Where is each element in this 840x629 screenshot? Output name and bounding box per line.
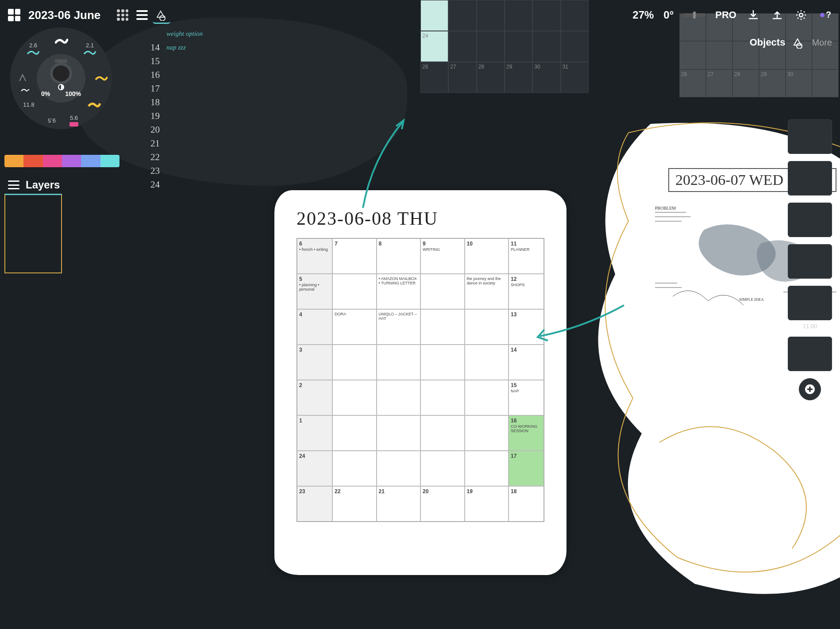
thumbnail-3[interactable]: [788, 203, 832, 237]
settings-icon[interactable]: [794, 8, 808, 22]
planner-cell[interactable]: 9WRITING: [420, 238, 465, 274]
hour-row: 23: [150, 165, 203, 176]
planner-cell[interactable]: [332, 380, 377, 415]
hour-row: 22: [150, 152, 203, 163]
hour-row: 15: [150, 56, 203, 67]
thumbnail-5[interactable]: [788, 286, 832, 320]
download-icon[interactable]: [746, 8, 760, 22]
thumbnail-6[interactable]: [788, 337, 832, 371]
planner-cell[interactable]: 3: [297, 345, 332, 380]
tool-shape[interactable]: [153, 6, 170, 24]
hour-row: 16: [150, 69, 203, 81]
hour-row: 17: [150, 83, 203, 94]
planner-cell[interactable]: [465, 345, 509, 380]
document-title[interactable]: 2023-06 June: [28, 8, 100, 22]
planner-cell[interactable]: 10: [465, 238, 509, 274]
planner-cell[interactable]: UNIQLO – JACKET – HAT: [377, 309, 421, 345]
color-swatch[interactable]: [81, 155, 100, 167]
hour-row: 21: [150, 138, 203, 149]
planner-cell[interactable]: [465, 415, 509, 451]
color-swatch[interactable]: [23, 155, 42, 167]
help-icon[interactable]: ?: [818, 8, 832, 22]
tool-grid[interactable]: [114, 6, 131, 24]
list-header-note: weight option: [166, 30, 203, 38]
planner-cell[interactable]: 6• french • writing: [297, 238, 332, 274]
hour-row: 19: [150, 111, 203, 122]
opacity-high: 100%: [65, 90, 81, 97]
app-menu-icon[interactable]: [8, 9, 20, 21]
planner-cell[interactable]: 11PLANNER: [509, 238, 544, 274]
zoom-level[interactable]: 27%: [632, 9, 654, 21]
thumbnail-rail: 11:00: [788, 119, 832, 400]
shape-tool-icon[interactable]: [792, 36, 805, 49]
planner-cell[interactable]: 16CO-WORKING SESSION: [509, 415, 544, 451]
thumbnail-4[interactable]: [788, 244, 832, 279]
color-swatch[interactable]: [62, 155, 81, 167]
planner-cell[interactable]: [420, 380, 465, 415]
planner-cell[interactable]: 17: [509, 451, 544, 486]
planner-cell[interactable]: 22: [332, 486, 377, 522]
planner-cell[interactable]: [465, 451, 509, 486]
planner-cell[interactable]: 21: [377, 486, 421, 522]
planner-cell[interactable]: 4: [297, 309, 332, 345]
planner-page-thu[interactable]: 2023-06-08 THU 6• french • writing789WRI…: [274, 190, 566, 575]
planner-cell[interactable]: [377, 380, 421, 415]
svg-point-6: [799, 13, 803, 17]
hour-row: 18: [150, 97, 203, 108]
planner-cell[interactable]: • AMAZON MAILBOX • TURNING LETTER: [377, 274, 421, 309]
thumbnail-2[interactable]: [788, 161, 832, 196]
hour-row: 14nap zzz: [150, 42, 203, 53]
layers-label: Layers: [26, 179, 60, 191]
planner-cell[interactable]: [465, 309, 509, 345]
more-button[interactable]: More: [812, 38, 832, 48]
color-swatch[interactable]: [100, 155, 119, 167]
planner-cell[interactable]: [377, 415, 421, 451]
planner-cell[interactable]: [420, 309, 465, 345]
tool-lines[interactable]: [133, 6, 151, 24]
planner-cell[interactable]: [420, 451, 465, 486]
color-swatch[interactable]: [43, 155, 62, 167]
planner-cell[interactable]: 18: [509, 486, 544, 522]
planner-cell[interactable]: 24: [297, 451, 332, 486]
planner-cell[interactable]: [332, 345, 377, 380]
planner-cell[interactable]: 2: [297, 380, 332, 415]
brush-wheel[interactable]: 2.6 2.1 11.8 9.5 5.6 0%100%: [4, 27, 119, 142]
planner-cell[interactable]: [332, 415, 377, 451]
planner-cell[interactable]: [332, 451, 377, 486]
planner-cell[interactable]: the journey and the dance in society: [465, 274, 509, 309]
planner-cell[interactable]: [377, 451, 421, 486]
layers-button[interactable]: Layers: [8, 179, 60, 191]
planner-cell[interactable]: 20: [420, 486, 465, 522]
svg-text:PROBLEM: PROBLEM: [655, 206, 676, 211]
canvas-hour-list: weight option 14nap zzz15161718192021222…: [150, 30, 203, 190]
planner-cell[interactable]: 8: [377, 238, 421, 274]
page-title: 2023-06-08 THU: [297, 208, 544, 229]
ruler-icon: [683, 11, 705, 19]
color-swatch[interactable]: [4, 155, 23, 167]
upload-icon[interactable]: [770, 8, 784, 22]
planner-cell[interactable]: [332, 274, 377, 309]
add-thumbnail-button[interactable]: [799, 378, 821, 400]
planner-cell[interactable]: 5• planning • personal: [297, 274, 332, 309]
planner-cell[interactable]: 19: [465, 486, 509, 522]
planner-cell[interactable]: 15NAP: [509, 380, 544, 415]
planner-cell[interactable]: DORA: [332, 309, 377, 345]
color-palette: [4, 155, 119, 167]
planner-cell[interactable]: 23: [297, 486, 332, 522]
planner-cell[interactable]: [420, 345, 465, 380]
planner-cell[interactable]: 7: [332, 238, 377, 274]
rotation-angle[interactable]: 0°: [663, 9, 674, 21]
canvas-small-frame: [4, 194, 62, 273]
pro-badge[interactable]: PRO: [715, 9, 736, 21]
planner-cell[interactable]: [465, 380, 509, 415]
planner-cell[interactable]: [377, 345, 421, 380]
planner-cell[interactable]: [420, 415, 465, 451]
planner-cell[interactable]: [420, 274, 465, 309]
thumbnail-1[interactable]: [788, 119, 832, 154]
hour-row: 20: [150, 124, 203, 135]
objects-label[interactable]: Objects: [750, 37, 786, 48]
svg-text:?: ?: [826, 10, 831, 19]
sub-toolbar: Objects More: [750, 36, 832, 49]
opacity-low: 0%: [41, 90, 50, 97]
planner-cell[interactable]: 1: [297, 415, 332, 451]
